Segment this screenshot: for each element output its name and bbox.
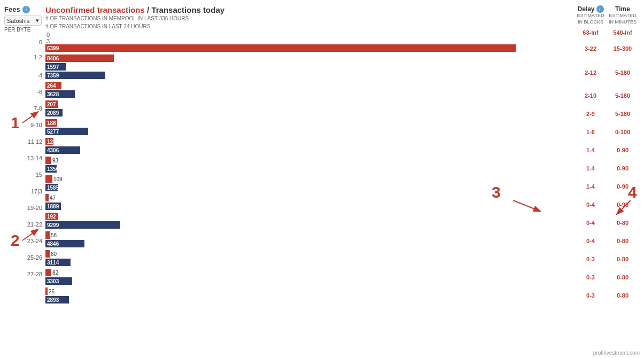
today-bar-4b: 7359 — [45, 72, 105, 79]
mempool-bar-9-10-wrapper: 188 — [45, 119, 575, 127]
mempool-bar-17 — [45, 194, 49, 201]
bar-group-13-14: 93 1350 — [45, 156, 575, 173]
today-bar-11-12-wrapper: 4306 — [45, 146, 575, 154]
bar-group-21-22: 58 4846 — [45, 231, 575, 248]
mempool-val-25-26: 82 — [52, 270, 58, 276]
time-val-4: 5-180 — [607, 111, 639, 117]
right-values: 63-Inf540-Inf3-2215-3002-125-1802-105-18… — [575, 27, 639, 305]
mempool-bar-4: 8406 — [45, 55, 114, 62]
today-bar-25-26: 3303 — [45, 277, 72, 285]
fee-label-27-28: 27-28 — [0, 266, 45, 282]
today-bar-17-wrapper: 1889 — [45, 202, 575, 211]
fee-label-11-12: 11|12 — [0, 133, 45, 150]
time-val-10: 0-80 — [607, 220, 639, 226]
fee-label-0: 0 — [0, 37, 45, 48]
today-bar-21-22-wrapper: 4846 — [45, 239, 575, 248]
mempool-bar-1-2-wrapper: 6399 — [45, 44, 575, 52]
right-header: Delay i ESTIMATED IN BLOCKS Time ESTIMAT… — [575, 5, 639, 25]
right-row-10: 0-40-80 — [575, 214, 639, 232]
mempool-bar-9-10: 188 — [45, 119, 57, 127]
mempool-bar-19-20: 192 — [45, 213, 58, 220]
today-bar-6-wrapper: 3628 — [45, 90, 575, 98]
right-row-3: 2-105-180 — [575, 87, 639, 105]
today-val-9-10: 5277 — [47, 129, 59, 135]
delay-val-11: 0-4 — [575, 238, 607, 244]
today-bar-4: 1597 — [45, 63, 66, 71]
today-val-25-26: 3303 — [47, 278, 59, 284]
right-row-14: 0-30-80 — [575, 286, 639, 305]
today-bar-7-8-wrapper: 2089 — [45, 108, 575, 117]
today-bar-23-24-wrapper: 3114 — [45, 258, 575, 267]
fee-labels: 0 1-2 -4 -6 7-8 9-10 11|12 13-14 15 17|3… — [0, 37, 45, 282]
today-bar-4-wrapper: 1597 — [45, 63, 575, 71]
today-bar-23-24: 3114 — [45, 259, 71, 266]
dropdown-arrow-icon: ▾ — [36, 17, 39, 24]
today-bar-9-10-wrapper: 5277 — [45, 127, 575, 136]
right-row-8: 1-40-90 — [575, 177, 639, 196]
right-row-12: 0-30-80 — [575, 250, 639, 268]
satoshis-dropdown[interactable]: Satoshis ▾ — [4, 15, 42, 26]
mempool-bar-1-2: 6399 — [45, 44, 516, 52]
bars-container: 0 3 6399 8406 — [45, 33, 575, 304]
today-bar-27-28: 2893 — [45, 296, 69, 303]
bar-group-27-28: 26 2893 — [45, 287, 575, 304]
time-val-14: 0-80 — [607, 292, 639, 299]
time-val-7: 0-90 — [607, 165, 639, 172]
delay-val-8: 1-4 — [575, 183, 607, 190]
delay-info-icon[interactable]: i — [596, 5, 604, 13]
chart-title: Unconfirmed transactions / Transactions … — [45, 5, 575, 14]
today-bar-9-10: 5277 — [45, 128, 88, 135]
time-val-0: 540-Inf — [607, 29, 639, 36]
mempool-val-27-28: 26 — [49, 289, 55, 294]
today-bar-7-8: 2089 — [45, 109, 63, 116]
mempool-bar-27-28-wrapper: 26 — [45, 287, 575, 295]
time-val-9: 0-90 — [607, 201, 639, 208]
today-bar-15-wrapper: 1585 — [45, 183, 575, 192]
mempool-val-11-12: 124 — [47, 139, 56, 145]
mempool-bar-15-wrapper: 109 — [45, 175, 575, 183]
today-val-19-20: 9299 — [47, 222, 59, 228]
mempool-val-17: 47 — [50, 195, 56, 201]
right-row-9: 0-40-90 — [575, 196, 639, 214]
right-column: Delay i ESTIMATED IN BLOCKS Time ESTIMAT… — [575, 0, 644, 358]
fee-label-25-26: 25-26 — [0, 249, 45, 266]
time-header: Time ESTIMATED IN MINUTES — [607, 5, 639, 25]
mempool-bar-13-14-wrapper: 93 — [45, 156, 575, 165]
right-row-0: 63-Inf540-Inf — [575, 27, 639, 38]
fee-label-13-14: 13-14 — [0, 150, 45, 166]
today-val-15: 1585 — [47, 185, 59, 191]
today-val-27-28: 2893 — [47, 297, 59, 303]
fee-label-19-20: 19-20 — [0, 199, 45, 216]
today-val-11-12: 4306 — [47, 147, 59, 153]
today-bar-13-14: 1350 — [45, 165, 57, 173]
satoshis-label: Satoshis — [7, 18, 29, 24]
time-val-8: 0-90 — [607, 183, 639, 190]
delay-val-6: 1-4 — [575, 147, 607, 153]
bar-group-17: 47 1889 — [45, 193, 575, 211]
time-val-11: 0-80 — [607, 238, 639, 244]
right-row-7: 1-40-90 — [575, 159, 639, 177]
fees-column: Fees i Satoshis ▾ PER BYTE 0 1-2 -4 -6 7… — [0, 0, 45, 358]
today-bar-25-26-wrapper: 3303 — [45, 277, 575, 285]
time-title: Time — [607, 5, 639, 13]
mempool-bar-6: 264 — [45, 82, 61, 89]
main-container: Fees i Satoshis ▾ PER BYTE 0 1-2 -4 -6 7… — [0, 0, 644, 358]
today-bar-15: 1585 — [45, 184, 58, 191]
today-val-17: 1889 — [47, 204, 59, 209]
fees-info-icon[interactable]: i — [22, 6, 30, 13]
delay-val-5: 1-6 — [575, 129, 607, 135]
delay-val-3: 2-10 — [575, 92, 607, 99]
delay-val-4: 2-9 — [575, 111, 607, 117]
mempool-bar-23-24 — [45, 250, 50, 258]
today-bar-13-14-wrapper: 1350 — [45, 165, 575, 173]
delay-title: Delay — [577, 5, 594, 13]
bar-group-11-12: 124 4306 — [45, 137, 575, 154]
mempool-bar-7-8: 207 — [45, 100, 58, 108]
per-byte-label: PER BYTE — [0, 27, 45, 33]
chart-subtitle1: # OF TRANSACTIONS IN MEMPOOL IN LAST 336… — [45, 14, 575, 22]
right-row-5: 1-60-100 — [575, 123, 639, 141]
delay-subtitle1: ESTIMATED — [575, 13, 607, 19]
mempool-bar-11-12-wrapper: 124 — [45, 137, 575, 146]
today-bar-17: 1889 — [45, 203, 61, 210]
mempool-val-21-22: 58 — [51, 232, 57, 238]
